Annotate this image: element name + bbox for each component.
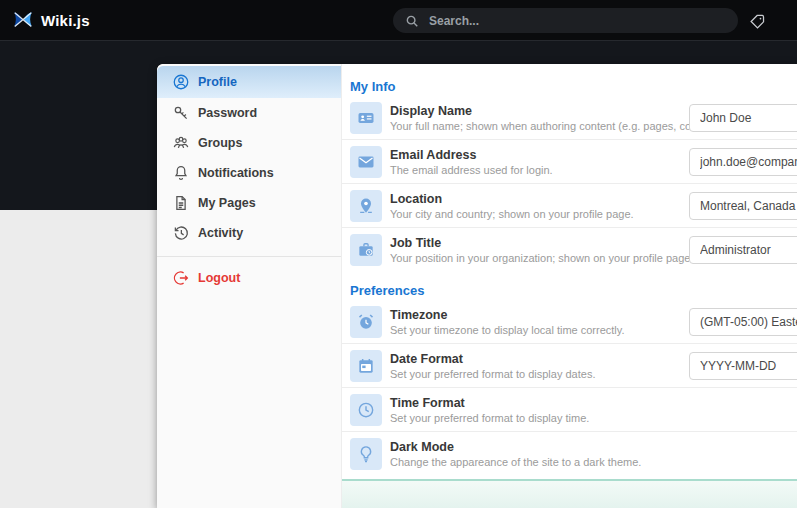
sidebar-item-profile[interactable]: Profile (157, 66, 341, 98)
field-row-time-format: Time Format Set your preferred format to… (342, 388, 797, 432)
field-description: Set your preferred format to display dat… (390, 368, 595, 381)
logout-icon (172, 269, 190, 287)
field-label: Time Format (390, 396, 589, 411)
field-label: Job Title (390, 236, 694, 251)
browse-tags-button[interactable] (745, 9, 769, 33)
sidebar-item-label: My Pages (198, 196, 256, 210)
field-label: Timezone (390, 308, 625, 323)
top-app-bar: Wiki.js (0, 0, 797, 40)
timezone-input[interactable] (689, 308, 797, 336)
tag-icon (749, 13, 766, 30)
sidebar-item-my-pages[interactable]: My Pages (157, 188, 341, 218)
display-name-input[interactable] (689, 104, 797, 132)
search-input[interactable] (427, 13, 726, 29)
map-marker-icon (350, 190, 382, 222)
field-description: Set your preferred format to display tim… (390, 412, 589, 425)
sidebar-item-notifications[interactable]: Notifications (157, 158, 341, 188)
field-label: Email Address (390, 148, 553, 163)
sidebar-item-label: Profile (198, 75, 237, 89)
field-description: The email address used for login. (390, 164, 553, 177)
field-row-email: Email Address The email address used for… (342, 140, 797, 184)
logo-link[interactable]: Wiki.js (12, 9, 90, 31)
profile-card: Profile Password Groups (157, 64, 797, 508)
account-group-icon (172, 134, 190, 152)
field-description: Your position in your organization; show… (390, 252, 694, 265)
sidebar-item-password[interactable]: Password (157, 98, 341, 128)
alarm-clock-icon (350, 306, 382, 338)
file-document-icon (172, 194, 190, 212)
bell-icon (172, 164, 190, 182)
sidebar-item-label: Logout (198, 271, 240, 285)
wiki-js-profile-page: Wiki.js Profile (0, 0, 797, 508)
lightbulb-icon (350, 438, 382, 470)
sidebar-divider (157, 256, 341, 257)
sidebar-item-label: Notifications (198, 166, 274, 180)
search-icon (405, 14, 419, 28)
account-circle-icon (172, 73, 190, 91)
sidebar-item-label: Activity (198, 226, 243, 240)
key-icon (172, 104, 190, 122)
profile-content: My Info Display Name Your full name; sho… (341, 64, 797, 508)
search-bar (393, 8, 738, 33)
field-description: Your city and country; shown on your pro… (390, 208, 634, 221)
field-row-timezone: Timezone Set your timezone to display lo… (342, 300, 797, 344)
calendar-icon (350, 350, 382, 382)
section-title-preferences: Preferences (342, 282, 797, 300)
field-description: Set your timezone to display local time … (390, 324, 625, 337)
field-row-dark-mode: Dark Mode Change the appareance of the s… (342, 432, 797, 476)
date-format-input[interactable] (689, 352, 797, 380)
sidebar-item-activity[interactable]: Activity (157, 218, 341, 248)
sidebar-item-label: Groups (198, 136, 242, 150)
field-label: Date Format (390, 352, 595, 367)
sidebar-item-groups[interactable]: Groups (157, 128, 341, 158)
field-row-job-title: Job Title Your position in your organiza… (342, 228, 797, 272)
save-bar-strip (342, 479, 797, 508)
app-title: Wiki.js (41, 12, 90, 29)
field-label: Dark Mode (390, 440, 641, 455)
email-icon (350, 146, 382, 178)
clock-icon (350, 394, 382, 426)
sidebar-item-label: Password (198, 106, 257, 120)
history-icon (172, 224, 190, 242)
job-title-input[interactable] (689, 236, 797, 264)
location-input[interactable] (689, 192, 797, 220)
field-row-location: Location Your city and country; shown on… (342, 184, 797, 228)
wikijs-butterfly-logo-icon (12, 9, 34, 31)
email-input[interactable] (689, 148, 797, 176)
field-row-date-format: Date Format Set your preferred format to… (342, 344, 797, 388)
field-row-display-name: Display Name Your full name; shown when … (342, 96, 797, 140)
field-label: Location (390, 192, 634, 207)
profile-sidebar: Profile Password Groups (157, 64, 341, 508)
briefcase-icon (350, 234, 382, 266)
section-title-my-info: My Info (342, 78, 797, 96)
field-description: Change the appareance of the site to a d… (390, 456, 641, 469)
sidebar-item-logout[interactable]: Logout (157, 263, 341, 293)
id-card-icon (350, 102, 382, 134)
